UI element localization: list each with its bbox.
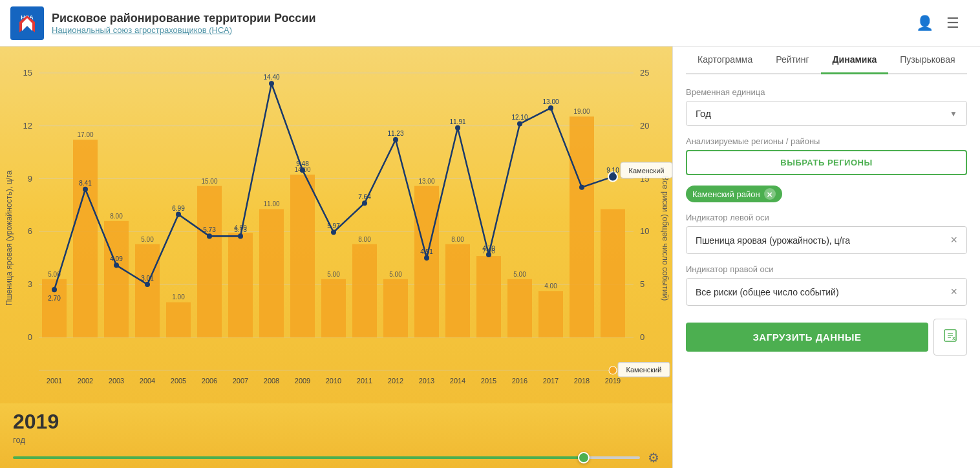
svg-text:9: 9 (28, 173, 32, 183)
regions-label: Анализируемые регионы / районы (686, 136, 967, 146)
logo: НСА (10, 6, 44, 40)
svg-point-99 (579, 185, 584, 190)
svg-text:11.00: 11.00 (263, 200, 279, 207)
chart-area: 15 12 9 6 3 0 25 20 15 10 5 0 Пшеница яр… (0, 47, 672, 468)
svg-text:2010: 2010 (326, 377, 341, 385)
right-axis-clear-icon[interactable]: × (950, 285, 957, 299)
region-remove-button[interactable]: × (764, 188, 776, 200)
year-label: год (13, 435, 59, 445)
tab-dinamika[interactable]: Динамика (821, 47, 889, 74)
svg-point-94 (424, 255, 429, 261)
svg-text:12: 12 (23, 121, 32, 131)
svg-point-87 (207, 233, 212, 239)
svg-point-91 (331, 229, 336, 235)
svg-text:5.73: 5.73 (234, 226, 247, 233)
svg-text:15: 15 (23, 68, 32, 78)
svg-text:5.97: 5.97 (327, 222, 340, 229)
svg-text:3: 3 (28, 279, 32, 289)
svg-text:3.01: 3.01 (141, 275, 154, 282)
settings-icon[interactable]: ⚙ (648, 450, 659, 465)
svg-rect-44 (601, 209, 625, 337)
svg-text:Каменский: Каменский (629, 167, 665, 175)
user-icon[interactable]: 👤 (916, 15, 933, 32)
tab-puzyrykovaya[interactable]: Пузырьковая (888, 47, 966, 74)
load-data-button[interactable]: ЗАГРУЗИТЬ ДАННЫЕ (686, 323, 928, 352)
svg-text:5.00: 5.00 (389, 271, 402, 278)
left-axis-field[interactable]: Пшеница яровая (урожайность), ц/га × (686, 226, 967, 254)
export-button[interactable]: X (933, 319, 967, 356)
svg-point-90 (300, 167, 305, 173)
svg-text:2013: 2013 (419, 377, 434, 385)
menu-icon[interactable]: ☰ (946, 15, 959, 32)
svg-text:2001: 2001 (47, 377, 62, 385)
svg-point-97 (517, 122, 522, 127)
svg-text:2005: 2005 (171, 377, 186, 385)
svg-rect-33 (259, 209, 284, 337)
right-axis-value: Все риски (общее число событий) (696, 287, 839, 297)
svg-text:20: 20 (640, 121, 649, 131)
svg-text:7.64: 7.64 (358, 193, 371, 200)
svg-point-95 (455, 125, 460, 131)
year-slider[interactable] (13, 456, 640, 459)
svg-text:2003: 2003 (109, 377, 124, 385)
svg-rect-30 (166, 303, 191, 337)
svg-text:2016: 2016 (512, 377, 527, 385)
svg-rect-37 (383, 279, 408, 337)
left-axis-clear-icon[interactable]: × (950, 233, 957, 247)
svg-rect-28 (104, 221, 129, 337)
svg-text:2012: 2012 (388, 377, 403, 385)
svg-point-96 (486, 252, 491, 257)
svg-rect-34 (290, 175, 315, 337)
svg-rect-32 (228, 233, 253, 337)
svg-text:8.00: 8.00 (451, 235, 464, 242)
svg-text:11.91: 11.91 (449, 118, 465, 125)
export-icon: X (943, 328, 957, 343)
svg-text:Каменский: Каменский (626, 366, 662, 374)
select-regions-button[interactable]: ВЫБРАТЬ РЕГИОНЫ (686, 150, 967, 175)
svg-text:4.09: 4.09 (110, 255, 123, 262)
svg-text:5.00: 5.00 (141, 235, 154, 242)
svg-point-85 (145, 282, 150, 287)
region-tag: Каменский район × (686, 186, 782, 202)
svg-rect-43 (570, 116, 594, 337)
svg-point-84 (114, 262, 119, 268)
svg-rect-31 (197, 186, 222, 337)
svg-text:14.40: 14.40 (263, 74, 279, 81)
svg-text:9.48: 9.48 (296, 160, 309, 167)
svg-text:6.99: 6.99 (172, 204, 185, 211)
svg-point-86 (176, 212, 181, 217)
svg-text:Пшеница яровая (урожайность), : Пшеница яровая (урожайность), ц/га (5, 171, 14, 306)
chart-container: 15 12 9 6 3 0 25 20 15 10 5 0 Пшеница яр… (0, 47, 672, 403)
svg-text:8.00: 8.00 (110, 213, 123, 220)
right-axis-label: Индикатор правой оси (686, 264, 967, 274)
svg-rect-29 (135, 244, 160, 337)
current-year: 2019 (13, 410, 59, 434)
svg-text:13.00: 13.00 (542, 98, 559, 105)
svg-text:5.73: 5.73 (203, 226, 216, 233)
svg-text:8.41: 8.41 (79, 180, 92, 187)
svg-text:25: 25 (640, 68, 649, 78)
svg-point-98 (548, 105, 553, 111)
right-panel: Картограмма Рейтинг Динамика Пузырьковая… (672, 47, 980, 468)
svg-point-82 (52, 287, 57, 292)
svg-rect-41 (507, 279, 532, 337)
svg-text:5: 5 (640, 279, 644, 289)
year-slider-row: ⚙ (13, 450, 659, 465)
svg-text:2018: 2018 (574, 377, 590, 385)
slider-thumb[interactable] (578, 452, 590, 463)
app-title: Рисковое районирование территории России (52, 12, 916, 25)
tab-reyting[interactable]: Рейтинг (764, 47, 820, 74)
svg-rect-39 (445, 244, 470, 337)
svg-rect-38 (414, 186, 439, 337)
svg-text:2008: 2008 (264, 377, 279, 385)
org-subtitle[interactable]: Национальный союз агростраховщиков (НСА) (52, 25, 916, 35)
svg-text:2009: 2009 (295, 377, 310, 385)
right-axis-field[interactable]: Все риски (общее число событий) × (686, 278, 967, 306)
svg-text:10: 10 (640, 226, 649, 236)
svg-text:19.00: 19.00 (573, 108, 590, 115)
time-unit-value: Год (696, 108, 711, 119)
svg-text:0: 0 (28, 332, 32, 342)
svg-text:4.00: 4.00 (544, 282, 557, 290)
time-unit-dropdown[interactable]: Год ▼ (686, 101, 967, 126)
tab-kartogramma[interactable]: Картограмма (686, 47, 764, 74)
